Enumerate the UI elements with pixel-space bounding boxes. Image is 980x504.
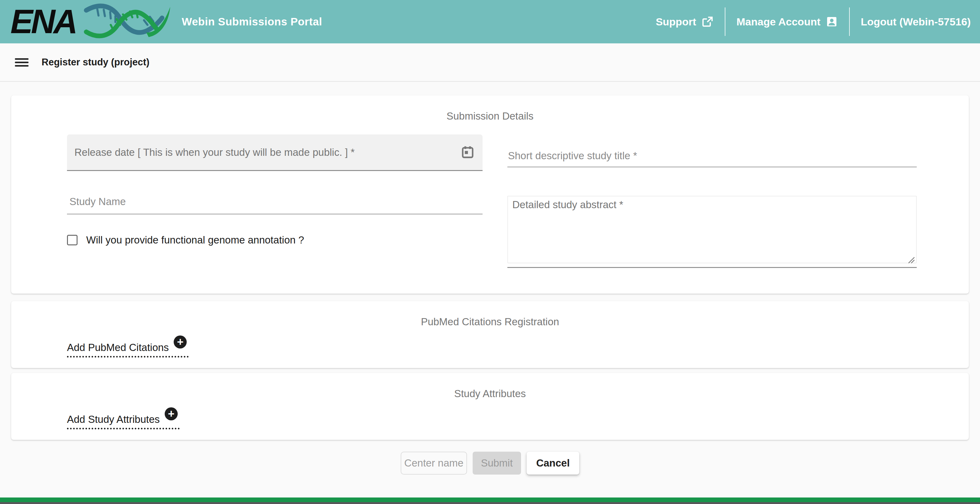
action-bar: Center name Submit Cancel bbox=[11, 452, 969, 475]
ena-logo: ENA bbox=[9, 2, 174, 41]
center-name-button[interactable]: Center name bbox=[401, 452, 467, 475]
submission-details-card: Submission Details bbox=[11, 95, 969, 294]
menu-icon[interactable] bbox=[15, 58, 29, 67]
app-title: Webin Submissions Portal bbox=[182, 16, 322, 28]
ena-logo-graphic: ENA bbox=[9, 2, 174, 41]
add-pubmed-citations-label: Add PubMed Citations bbox=[67, 342, 169, 353]
pubmed-card-title: PubMed Citations Registration bbox=[11, 301, 969, 328]
abstract-textarea[interactable] bbox=[508, 196, 917, 263]
release-date-field bbox=[67, 135, 482, 171]
add-study-attributes-button[interactable]: Add Study Attributes + bbox=[67, 412, 180, 430]
resize-handle-icon[interactable] bbox=[908, 257, 915, 264]
manage-account-label: Manage Account bbox=[737, 16, 821, 28]
logout-label: Logout (Webin-57516) bbox=[861, 16, 971, 28]
annotation-checkbox-label: Will you provide functional genome annot… bbox=[86, 234, 304, 246]
support-link[interactable]: Support bbox=[655, 16, 713, 28]
add-pubmed-citations-button[interactable]: Add PubMed Citations + bbox=[67, 341, 189, 358]
add-circle-icon[interactable]: + bbox=[174, 336, 187, 349]
annotation-checkbox[interactable] bbox=[67, 235, 78, 245]
form-left-column: Will you provide functional genome annot… bbox=[67, 135, 482, 268]
calendar-icon[interactable] bbox=[460, 145, 475, 160]
submission-details-title: Submission Details bbox=[11, 95, 969, 122]
study-name-input[interactable] bbox=[67, 190, 482, 214]
study-attributes-card-title: Study Attributes bbox=[11, 373, 969, 399]
submission-form: Will you provide functional genome annot… bbox=[11, 135, 969, 268]
nav-divider bbox=[849, 8, 850, 36]
submit-button[interactable]: Submit bbox=[473, 452, 521, 475]
add-circle-icon[interactable]: + bbox=[165, 407, 178, 420]
page-title: Register study (project) bbox=[41, 57, 150, 68]
manage-account-link[interactable]: Manage Account bbox=[737, 16, 838, 28]
nav-divider bbox=[725, 8, 725, 36]
cancel-button[interactable]: Cancel bbox=[527, 452, 579, 475]
main-content: Submission Details bbox=[0, 82, 980, 475]
form-right-column bbox=[508, 135, 917, 268]
footer-dark-bar bbox=[0, 502, 980, 504]
svg-text:ENA: ENA bbox=[11, 3, 76, 40]
top-app-bar: ENA Webin Submissions Portal Support bbox=[0, 0, 980, 43]
top-nav: Support Manage Account Logout (Webin-575… bbox=[655, 8, 971, 36]
pubmed-card: PubMed Citations Registration Add PubMed… bbox=[11, 301, 969, 368]
abstract-underline bbox=[508, 267, 917, 268]
external-link-icon bbox=[701, 16, 714, 28]
footer-green-bar bbox=[0, 498, 980, 502]
study-attributes-card: Study Attributes Add Study Attributes + bbox=[11, 373, 969, 440]
page-header: Register study (project) bbox=[0, 43, 980, 82]
logout-link[interactable]: Logout (Webin-57516) bbox=[861, 16, 971, 28]
annotation-row: Will you provide functional genome annot… bbox=[67, 234, 482, 246]
study-title-input[interactable] bbox=[508, 135, 917, 167]
abstract-field bbox=[508, 196, 917, 268]
footer bbox=[0, 498, 980, 504]
add-study-attributes-label: Add Study Attributes bbox=[67, 414, 160, 425]
account-box-icon bbox=[826, 16, 838, 28]
support-label: Support bbox=[655, 16, 696, 28]
release-date-input[interactable] bbox=[75, 146, 460, 158]
